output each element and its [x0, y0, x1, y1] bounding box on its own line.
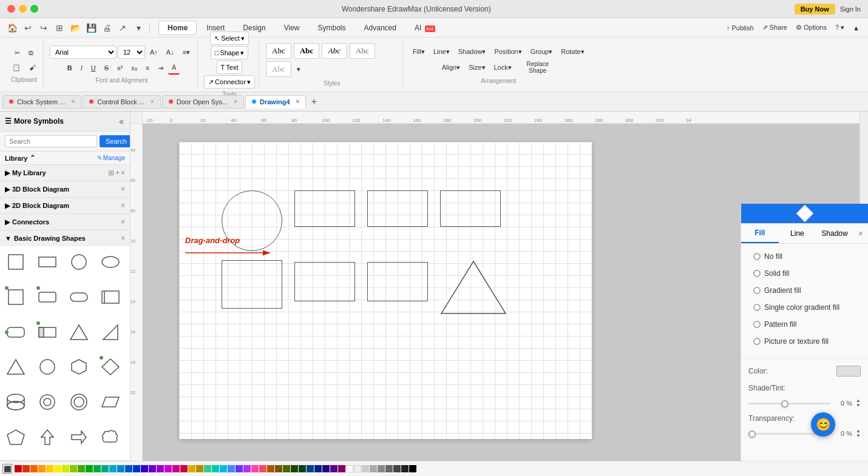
color-cell-3[interactable]: [30, 465, 38, 472]
category-connectors-header[interactable]: ▶ Connectors ×: [0, 214, 130, 230]
shape-rounded-rect[interactable]: [2, 319, 29, 346]
close-button[interactable]: [7, 5, 15, 13]
line-tab[interactable]: Line: [779, 224, 816, 243]
color-cell-22[interactable]: [180, 465, 188, 472]
color-cell-17[interactable]: [141, 465, 148, 472]
my-library-add[interactable]: +: [115, 169, 120, 177]
canvas-rect-3[interactable]: [440, 190, 501, 227]
sign-in-button[interactable]: Sign In: [840, 5, 861, 13]
shape-right-triangle[interactable]: [97, 319, 124, 346]
tab-advanced[interactable]: Advanced: [356, 21, 405, 35]
cut-button[interactable]: ✂: [11, 46, 24, 59]
shape-square-small[interactable]: [2, 249, 29, 275]
shape-rect-label[interactable]: [34, 319, 61, 346]
color-cell-20[interactable]: [164, 465, 172, 472]
canvas-triangle-svg[interactable]: [440, 260, 507, 315]
tab-home[interactable]: Home: [158, 21, 197, 35]
single-gradient-fill-option[interactable]: Single color gradient fill: [748, 300, 861, 315]
undo-button[interactable]: ↩: [21, 21, 35, 35]
texture-fill-option[interactable]: Picture or texture fill: [748, 334, 861, 349]
style-sample-4[interactable]: Abc: [350, 43, 375, 59]
tab-close-1[interactable]: ×: [151, 98, 154, 105]
tab-view[interactable]: View: [276, 21, 308, 35]
color-cell-49[interactable]: [401, 465, 409, 472]
shape-ellipse[interactable]: [97, 249, 124, 275]
style-sample-1[interactable]: Abc: [266, 43, 291, 59]
doc-tab-2[interactable]: Door Open Sys... ×: [162, 95, 244, 109]
category-basic-shapes-header[interactable]: ▼ Basic Drawing Shapes ×: [0, 230, 130, 246]
color-cell-33[interactable]: [267, 465, 274, 472]
increase-font-button[interactable]: A↑: [146, 45, 161, 59]
line-button[interactable]: Line▾: [430, 45, 453, 58]
category-3d-block-header[interactable]: ▶ 3D Block Diagram ×: [0, 181, 130, 197]
style-sample-3[interactable]: Abc: [322, 43, 347, 59]
shape-ring[interactable]: [66, 389, 92, 415]
tab-ai[interactable]: AI hot: [406, 21, 444, 35]
shade-slider-thumb[interactable]: [781, 400, 788, 407]
my-library-add-folder[interactable]: ⊞: [108, 169, 114, 177]
shape-parallelogram[interactable]: [97, 389, 124, 415]
right-panel-close-button[interactable]: ×: [853, 226, 868, 241]
share-button[interactable]: ⇗ Share: [759, 21, 791, 35]
color-cell-47[interactable]: [385, 465, 393, 472]
color-cell-45[interactable]: [370, 465, 377, 472]
styles-more-button[interactable]: ▾: [293, 62, 304, 76]
color-cell-28[interactable]: [228, 465, 235, 472]
connector-tool-button[interactable]: ↗ Connector ▾: [204, 75, 255, 89]
shape-stadium[interactable]: [66, 284, 92, 310]
shape-diamond[interactable]: [97, 354, 124, 380]
shape-rect-wide[interactable]: [34, 249, 61, 275]
color-cell-25[interactable]: [204, 465, 211, 472]
align-button[interactable]: ≡▾: [179, 45, 194, 59]
canvas-rect-6[interactable]: [367, 262, 428, 301]
shape-double-circle[interactable]: [34, 389, 61, 415]
color-cell-43[interactable]: [354, 465, 361, 472]
solid-fill-option[interactable]: Solid fill: [748, 266, 861, 281]
color-cell-34[interactable]: [275, 465, 282, 472]
group-button[interactable]: Group▾: [527, 45, 557, 58]
color-cell-18[interactable]: [149, 465, 156, 472]
help-button[interactable]: ? ▾: [832, 21, 848, 35]
sidebar-collapse-button[interactable]: «: [118, 115, 125, 127]
my-library-close[interactable]: ×: [121, 169, 125, 177]
color-cell-26[interactable]: [212, 465, 219, 472]
color-cell-9[interactable]: [78, 465, 85, 472]
superscript-button[interactable]: x²: [114, 61, 126, 75]
font-size-select[interactable]: 12: [118, 45, 145, 59]
color-cell-35[interactable]: [283, 465, 290, 472]
color-cell-16[interactable]: [133, 465, 140, 472]
style-sample-2[interactable]: Abc: [294, 43, 319, 59]
shape-arrow-right[interactable]: [66, 424, 92, 451]
color-cell-14[interactable]: [117, 465, 124, 472]
color-cell-5[interactable]: [46, 465, 53, 472]
shape-triangle-2[interactable]: [2, 354, 29, 380]
window-controls[interactable]: [7, 5, 38, 13]
color-cell-2[interactable]: [22, 465, 30, 472]
tab-close-3[interactable]: ×: [296, 98, 300, 105]
color-cell-36[interactable]: [291, 465, 298, 472]
format-painter-button[interactable]: 🖌: [25, 61, 39, 74]
category-2d-block-header[interactable]: ▶ 2D Block Diagram ×: [0, 198, 130, 213]
indent-button[interactable]: ⇥: [154, 61, 167, 75]
color-cell-white[interactable]: [346, 465, 353, 472]
bold-button[interactable]: B: [64, 61, 76, 75]
color-cell-39[interactable]: [314, 465, 322, 472]
italic-button[interactable]: I: [77, 61, 86, 75]
copy-button[interactable]: ⧉: [25, 46, 37, 59]
transparency-down-arrow[interactable]: ▼: [856, 434, 861, 438]
color-cell-38[interactable]: [307, 465, 314, 472]
shadow-button[interactable]: Shadow▾: [455, 45, 490, 58]
canvas-rect-1[interactable]: [294, 190, 355, 227]
color-cell-42[interactable]: [338, 465, 345, 472]
pattern-fill-option[interactable]: Pattern fill: [748, 317, 861, 332]
decrease-font-button[interactable]: A↓: [163, 45, 178, 59]
shape-pentagon[interactable]: [2, 424, 29, 451]
color-cell-48[interactable]: [393, 465, 401, 472]
options-button[interactable]: ⚙ Options: [792, 21, 830, 35]
replace-shape-button[interactable]: Replace Shape: [517, 59, 559, 75]
more-button[interactable]: ▾: [131, 21, 146, 35]
search-input[interactable]: [5, 135, 97, 147]
shape-cloud[interactable]: [97, 424, 124, 451]
color-cell-23[interactable]: [188, 465, 195, 472]
shape-square-medium[interactable]: [2, 284, 29, 310]
